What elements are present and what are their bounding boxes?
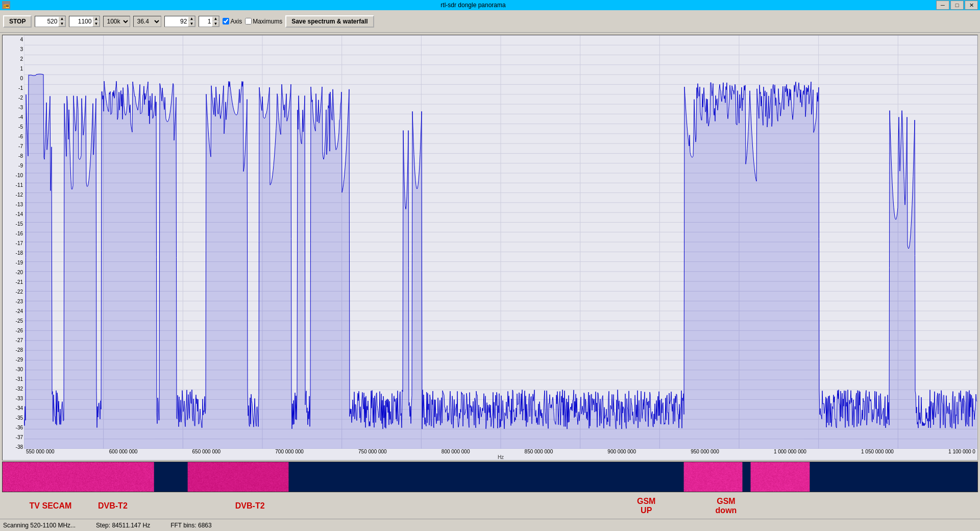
x-label: 700 000 000 (275, 449, 304, 454)
y-label: -28 (4, 348, 23, 353)
x-axis: 550 000 000 600 000 000 650 000 000 700 … (24, 449, 977, 460)
statusbar: Scanning 520-1100 MHz... Step: 84511.147… (0, 519, 980, 531)
y-label: 2 (4, 57, 23, 62)
y-label: -1 (4, 86, 23, 91)
y-label: 0 (4, 76, 23, 81)
x-label: 1 100 000 0 (948, 449, 975, 454)
y-label: -14 (4, 212, 23, 217)
y-label: -33 (4, 396, 23, 401)
freq-start-group: ▲ ▼ (35, 16, 66, 27)
waterfall-canvas (2, 462, 978, 492)
band-labels: TV SECAM DVB-T2 DVB-T2 GSMUP GSMdown (0, 493, 980, 519)
y-label: 4 (4, 37, 23, 42)
y-label: -18 (4, 251, 23, 256)
x-label: 650 000 000 (192, 449, 221, 454)
maximums-checkbox[interactable] (245, 18, 252, 25)
gain-input[interactable] (165, 16, 188, 27)
y-label: -13 (4, 202, 23, 207)
band-label-gsm-down: GSMdown (716, 497, 737, 515)
window-controls: ─ □ ✕ (936, 1, 978, 10)
y-label: -19 (4, 260, 23, 266)
close-button[interactable]: ✕ (965, 1, 978, 10)
x-labels: 550 000 000 600 000 000 650 000 000 700 … (24, 449, 977, 454)
y-axis: 4 3 2 1 0 -1 -2 -3 -4 -5 -6 -7 -8 -9 -10… (3, 35, 24, 460)
x-label: 600 000 000 (109, 449, 138, 454)
y-label: 3 (4, 47, 23, 52)
y-label: -7 (4, 144, 23, 149)
y-label: -10 (4, 173, 23, 178)
axis-checkbox[interactable] (223, 18, 229, 25)
step-up[interactable]: ▲ (212, 16, 219, 21)
axis-checkbox-label[interactable]: Axis (223, 18, 242, 25)
zoom-select[interactable]: 36.4 72.8 100 (133, 16, 161, 27)
freq-end-input[interactable] (69, 16, 92, 27)
y-label: -4 (4, 115, 23, 120)
chart-container: 4 3 2 1 0 -1 -2 -3 -4 -5 -6 -7 -8 -9 -10… (3, 35, 977, 460)
x-axis-title: Hz (24, 454, 977, 460)
y-label: -21 (4, 280, 23, 285)
gain-down[interactable]: ▼ (188, 21, 195, 27)
app-icon: 📻 (2, 1, 10, 9)
y-label: -6 (4, 134, 23, 139)
y-label: -26 (4, 328, 23, 333)
y-label: -35 (4, 416, 23, 421)
fft-bins-status: FFT bins: 6863 (170, 522, 211, 529)
x-label: 950 000 000 (691, 449, 719, 454)
freq-end-down[interactable]: ▼ (92, 21, 100, 27)
step-input[interactable] (199, 16, 212, 27)
maximums-checkbox-label[interactable]: Maximums (245, 18, 282, 25)
band-label-dvbt2-1: DVB-T2 (98, 501, 128, 511)
y-label: -15 (4, 222, 23, 227)
band-label-gsm-up: GSMUP (637, 497, 655, 515)
x-label: 750 000 000 (358, 449, 387, 454)
y-label: -30 (4, 367, 23, 372)
y-label: -23 (4, 299, 23, 304)
y-label: -37 (4, 435, 23, 440)
save-button[interactable]: Save spectrum & waterfall (285, 15, 374, 28)
band-label-dvbt2-2: DVB-T2 (235, 501, 265, 511)
step-status: Step: 84511.147 Hz (96, 522, 150, 529)
y-label: -20 (4, 270, 23, 275)
bandwidth-select[interactable]: 100k 200k 250k 500k 1M 2M (103, 16, 130, 27)
band-label-tv-secam: TV SECAM (30, 501, 72, 511)
y-label: -32 (4, 387, 23, 392)
y-label: -9 (4, 163, 23, 168)
freq-end-group: ▲ ▼ (69, 16, 100, 27)
y-label: -17 (4, 241, 23, 246)
gain-up[interactable]: ▲ (188, 16, 195, 21)
title-bar: 📻 rtl-sdr dongle panorama ─ □ ✕ (0, 0, 980, 10)
x-label: 850 000 000 (525, 449, 553, 454)
chart-inner: 550 000 000 600 000 000 650 000 000 700 … (24, 35, 977, 460)
step-group: ▲ ▼ (199, 16, 219, 27)
main-area: 4 3 2 1 0 -1 -2 -3 -4 -5 -6 -7 -8 -9 -10… (0, 33, 980, 519)
y-label: -12 (4, 192, 23, 198)
x-label: 1 000 000 000 (774, 449, 806, 454)
freq-end-up[interactable]: ▲ (92, 16, 100, 21)
maximize-button[interactable]: □ (950, 1, 964, 10)
minimize-button[interactable]: ─ (936, 1, 949, 10)
toolbar: STOP ▲ ▼ ▲ ▼ 100k 200k 250k 500k 1M 2M 3… (0, 10, 980, 33)
y-label: -16 (4, 231, 23, 236)
x-label: 550 000 000 (26, 449, 55, 454)
y-label: -11 (4, 183, 23, 188)
stop-button[interactable]: STOP (3, 15, 32, 28)
x-label: 900 000 000 (607, 449, 636, 454)
spectrum-area: 4 3 2 1 0 -1 -2 -3 -4 -5 -6 -7 -8 -9 -10… (2, 35, 978, 461)
gain-group: ▲ ▼ (164, 16, 195, 27)
freq-start-up[interactable]: ▲ (58, 16, 65, 21)
y-label: -29 (4, 357, 23, 363)
x-label: 800 000 000 (442, 449, 470, 454)
y-label: -3 (4, 105, 23, 110)
freq-start-input[interactable] (35, 16, 58, 27)
x-label: 1 050 000 000 (861, 449, 894, 454)
spectrum-canvas (24, 35, 977, 449)
y-label: -24 (4, 309, 23, 314)
freq-start-down[interactable]: ▼ (58, 21, 65, 27)
y-label: -38 (4, 445, 23, 450)
y-label: -8 (4, 154, 23, 159)
step-down[interactable]: ▼ (212, 21, 219, 27)
y-label: -27 (4, 338, 23, 343)
window-title: rtl-sdr dongle panorama (10, 2, 936, 9)
y-label: -34 (4, 406, 23, 411)
scanning-status: Scanning 520-1100 MHz... (3, 522, 76, 529)
